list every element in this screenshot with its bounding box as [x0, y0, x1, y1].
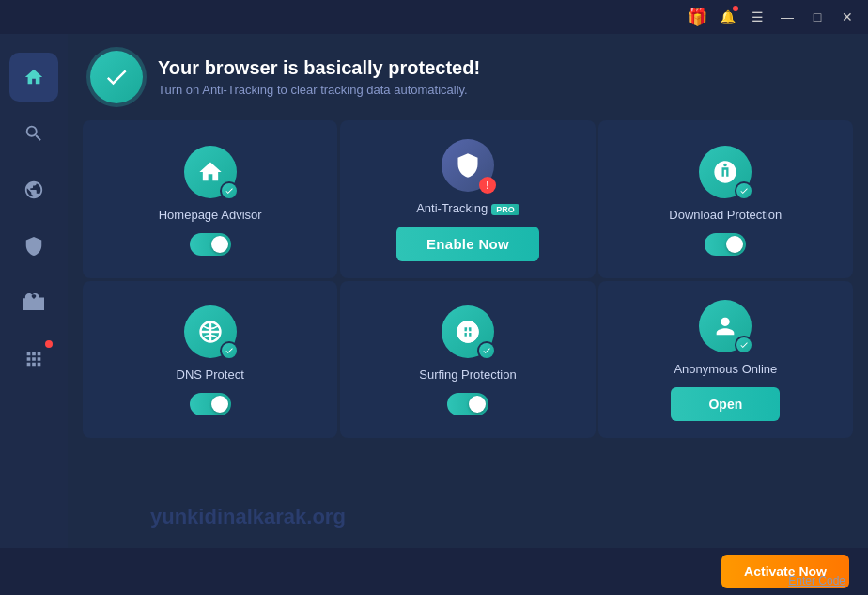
minimize-button[interactable]: —: [774, 4, 800, 30]
features-grid: Homepage Advisor ! Anti-TrackingPro Enab…: [68, 120, 868, 438]
anti-tracking-alert: !: [479, 177, 496, 194]
surfing-protection-toggle[interactable]: [447, 393, 488, 415]
sidebar-item-home[interactable]: [9, 53, 58, 102]
anti-tracking-title: Anti-TrackingPro: [416, 201, 519, 215]
download-protection-badge-inner: [736, 183, 752, 198]
download-protection-toggle-thumb: [726, 236, 743, 253]
sidebar-item-globe[interactable]: [9, 165, 58, 214]
notification-dot: [733, 6, 738, 11]
surfing-protection-badge: [477, 341, 496, 360]
sidebar: [0, 34, 68, 595]
homepage-advisor-toggle[interactable]: [190, 233, 231, 256]
sidebar-item-search[interactable]: [9, 109, 58, 158]
titlebar: 🎁 🔔 ☰ — □ ✕: [0, 0, 868, 34]
sidebar-item-shield[interactable]: [9, 222, 58, 271]
card-surfing-protection: Surfing Protection: [340, 281, 595, 438]
bottom-bar: Activate Now: [0, 548, 868, 595]
main-content: Your browser is basically protected! Tur…: [68, 34, 868, 595]
enable-now-button[interactable]: Enable Now: [396, 227, 539, 261]
status-check-icon: [90, 51, 143, 103]
homepage-advisor-badge: [220, 181, 239, 200]
homepage-advisor-icon: [184, 146, 237, 198]
homepage-advisor-toggle-thumb: [211, 236, 228, 253]
dns-protect-badge: [220, 341, 239, 360]
maximize-button[interactable]: □: [804, 4, 830, 30]
surfing-protection-badge-inner: [479, 343, 494, 358]
dns-protect-badge-inner: [222, 343, 237, 358]
anonymous-online-badge-inner: [736, 337, 752, 352]
card-homepage-advisor: Homepage Advisor: [83, 120, 337, 278]
menu-icon[interactable]: ☰: [744, 4, 770, 30]
homepage-advisor-badge-inner: [222, 183, 237, 198]
homepage-advisor-title: Homepage Advisor: [159, 208, 262, 222]
dns-protect-icon: [184, 305, 237, 358]
pro-badge: Pro: [491, 204, 519, 215]
status-subtitle: Turn on Anti-Tracking to clear tracking …: [158, 83, 480, 97]
domain-watermark: yunkidinalkarak.org: [150, 505, 346, 529]
card-download-protection: Download Protection: [598, 120, 853, 278]
sidebar-item-briefcase[interactable]: [9, 278, 58, 327]
status-text: Your browser is basically protected! Tur…: [158, 57, 480, 97]
gift-icon[interactable]: 🎁: [684, 4, 710, 30]
download-protection-icon: [699, 146, 752, 198]
status-title: Your browser is basically protected!: [158, 57, 480, 79]
dns-protect-toggle[interactable]: [190, 393, 231, 415]
anonymous-online-title: Anonymous Online: [674, 362, 777, 376]
surfing-protection-title: Surfing Protection: [419, 368, 516, 382]
dns-protect-toggle-thumb: [211, 396, 228, 413]
card-dns-protect: DNS Protect: [83, 281, 337, 438]
sidebar-item-apps[interactable]: [9, 335, 58, 384]
download-protection-badge: [735, 181, 753, 200]
dns-protect-title: DNS Protect: [177, 368, 244, 382]
download-protection-toggle[interactable]: [705, 233, 746, 256]
anonymous-online-badge: [735, 336, 753, 354]
anti-tracking-icon: !: [442, 139, 494, 192]
sidebar-item-apps-wrap: [9, 335, 58, 384]
surfing-protection-icon: [442, 305, 494, 358]
apps-badge: [45, 340, 53, 348]
status-header: Your browser is basically protected! Tur…: [68, 34, 868, 117]
close-button[interactable]: ✕: [834, 4, 860, 30]
enter-code-link[interactable]: Enter Code: [788, 574, 845, 587]
download-protection-title: Download Protection: [669, 208, 782, 222]
surfing-protection-toggle-thumb: [469, 396, 486, 413]
card-anonymous-online: Anonymous Online Open: [598, 281, 853, 438]
anonymous-online-icon: [699, 300, 752, 352]
open-button[interactable]: Open: [671, 387, 780, 421]
card-anti-tracking: ! Anti-TrackingPro Enable Now: [340, 120, 595, 278]
notification-icon[interactable]: 🔔: [714, 4, 740, 30]
